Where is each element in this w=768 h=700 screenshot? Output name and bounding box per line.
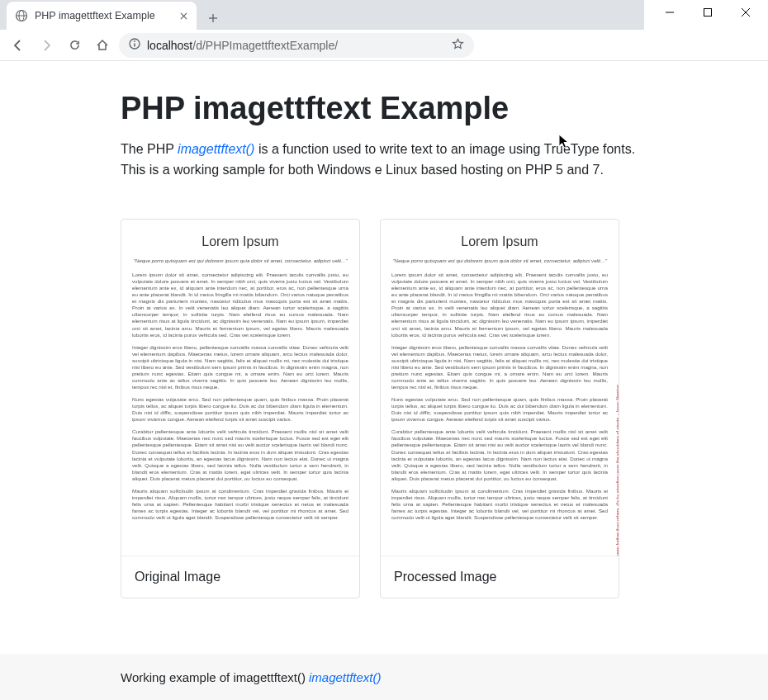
browser-tab-active[interactable]: PHP imagettftext Example	[7, 2, 197, 30]
footer-link[interactable]: imagettftext()	[309, 670, 382, 684]
lorem-title: Lorem Ipsum	[391, 234, 608, 249]
mouse-cursor	[558, 134, 570, 150]
svg-rect-1	[704, 9, 712, 17]
lorem-para: Lorem ipsum dolor sit amet, consectetur …	[391, 272, 608, 338]
new-tab-button[interactable]	[201, 7, 225, 30]
card-title: Original Image	[135, 570, 346, 584]
processed-image: Lorem Ipsum "Neque porro quisquam est qu…	[381, 220, 619, 556]
lorem-para: Nunc egestas vulputate arcu. Sed non pel…	[132, 396, 348, 423]
original-image: Lorem Ipsum "Neque porro quisquam est qu…	[121, 220, 359, 556]
window-minimize-button[interactable]	[651, 0, 689, 25]
plus-icon	[208, 13, 218, 23]
close-icon	[180, 12, 187, 20]
lorem-para: Nunc egestas vulputate arcu. Sed non pel…	[391, 396, 608, 423]
back-button[interactable]	[7, 34, 30, 57]
card-original: Lorem Ipsum "Neque porro quisquam est qu…	[121, 219, 360, 598]
card-body: Processed Image	[381, 556, 619, 598]
bookmark-button[interactable]	[452, 38, 464, 53]
svg-point-13	[134, 40, 135, 42]
content-container: PHP imagettftext Example The PHP imagett…	[121, 91, 649, 598]
lorem-subtitle: "Neque porro quisquam est qui dolorem ip…	[391, 258, 608, 263]
forward-icon	[40, 39, 53, 52]
window-close-button[interactable]	[727, 0, 765, 25]
home-button[interactable]	[91, 34, 114, 57]
maximize-icon	[704, 8, 712, 17]
page-content: PHP imagettftext Example The PHP imagett…	[0, 61, 768, 654]
lorem-document: Lorem Ipsum "Neque porro quisquam est qu…	[132, 234, 348, 527]
forward-button[interactable]	[35, 34, 58, 57]
page-footer: Working example of imagettftext() imaget…	[0, 654, 768, 700]
page-heading: PHP imagettftext Example	[121, 91, 649, 126]
back-icon	[12, 39, 25, 52]
url-host: localhost	[147, 39, 192, 52]
tab-close-button[interactable]	[177, 9, 190, 22]
lorem-para: Lorem ipsum dolor sit amet, consectetur …	[132, 272, 348, 338]
lorem-para: Mauris aliquam sollicitudin ipsum at con…	[391, 488, 608, 521]
intro-link[interactable]: imagettftext()	[178, 142, 254, 156]
watermark-text: If I have seen further than others, it's…	[615, 385, 619, 556]
footer-text: Working example of imagettftext()	[121, 670, 306, 684]
intro-text-prefix: The PHP	[121, 142, 178, 156]
info-icon	[129, 38, 140, 50]
site-info-icon[interactable]	[129, 38, 140, 52]
star-icon	[452, 38, 464, 50]
tab-title: PHP imagettftext Example	[35, 10, 155, 21]
reload-icon	[69, 39, 81, 51]
cards-row: Lorem Ipsum "Neque porro quisquam est qu…	[121, 219, 649, 598]
url-text: localhost/d/PHPImagettftextExample/	[147, 39, 338, 52]
lorem-para: Mauris aliquam sollicitudin ipsum at con…	[132, 488, 348, 521]
lorem-para: Integer dignissim eros libero, pellentes…	[132, 344, 348, 390]
page-intro: The PHP imagettftext() is a function use…	[121, 140, 649, 181]
card-processed: Lorem Ipsum "Neque porro quisquam est qu…	[380, 219, 619, 598]
window-maximize-button[interactable]	[689, 0, 727, 25]
card-title: Processed Image	[394, 570, 605, 584]
address-bar[interactable]: localhost/d/PHPImagettftextExample/	[119, 33, 474, 58]
window-close-icon	[742, 8, 750, 17]
url-path: /d/PHPImagettftextExample/	[192, 39, 338, 52]
card-body: Original Image	[121, 556, 359, 598]
globe-icon	[15, 9, 28, 22]
browser-tabstrip: PHP imagettftext Example	[0, 0, 644, 30]
browser-toolbar: localhost/d/PHPImagettftextExample/	[0, 30, 768, 61]
lorem-document: Lorem Ipsum "Neque porro quisquam est qu…	[391, 234, 608, 527]
lorem-para: Curabitur pellentesque ante lobortis vel…	[132, 428, 348, 482]
lorem-subtitle: "Neque porro quisquam est qui dolorem ip…	[132, 258, 348, 263]
reload-button[interactable]	[63, 34, 86, 57]
lorem-para: Curabitur pellentesque ante lobortis vel…	[391, 428, 608, 482]
minimize-icon	[666, 8, 674, 17]
home-icon	[96, 39, 109, 52]
lorem-para: Integer dignissim eros libero, pellentes…	[391, 344, 608, 390]
lorem-title: Lorem Ipsum	[132, 234, 348, 249]
